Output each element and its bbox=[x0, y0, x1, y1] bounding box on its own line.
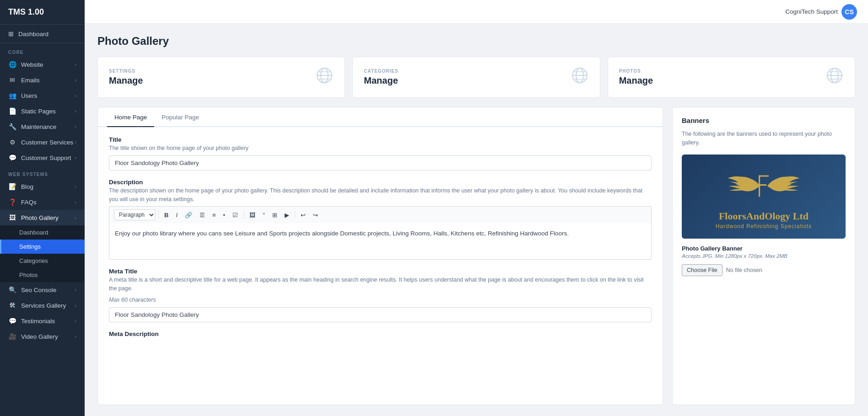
chevron-icon: › bbox=[75, 124, 76, 129]
main-content: CogniTech Support CS Photo Gallery SETTI… bbox=[85, 0, 868, 416]
svg-rect-17 bbox=[759, 184, 766, 186]
sidebar-item-emails[interactable]: ✉ Emails › bbox=[0, 72, 85, 88]
meta-description-field-group: Meta Description bbox=[109, 331, 652, 338]
page-title: Photo Gallery bbox=[97, 35, 855, 48]
chevron-icon: › bbox=[75, 318, 76, 324]
bottom-panels: Home Page Popular Page Title The title s… bbox=[97, 107, 855, 405]
banners-title: Banners bbox=[682, 117, 846, 124]
sidebar-item-label: Video Gallery bbox=[21, 333, 58, 340]
meta-description-label: Meta Description bbox=[109, 331, 652, 337]
sidebar: TMS 1.00 ⊞ Dashboard CORE 🌐 Website › ✉ … bbox=[0, 0, 85, 416]
card-globe-icon bbox=[315, 66, 334, 88]
title-field-group: Title The title shown on the home page o… bbox=[109, 136, 652, 171]
sidebar-item-seo-console[interactable]: 🔍 Seo Console › bbox=[0, 282, 85, 298]
topbar-user: CogniTech Support CS bbox=[785, 4, 857, 20]
sidebar-item-customer-services[interactable]: ⚙ Customer Services › bbox=[0, 134, 85, 150]
card-globe-icon bbox=[825, 66, 844, 88]
toolbar-divider bbox=[158, 211, 159, 219]
app-logo: TMS 1.00 bbox=[0, 0, 85, 25]
tab-popular-page[interactable]: Popular Page bbox=[154, 107, 206, 127]
checklist-button[interactable]: ☑ bbox=[230, 210, 241, 220]
banner-info-label: Photo Gallery Banner bbox=[682, 245, 846, 252]
topbar: CogniTech Support CS bbox=[85, 0, 868, 24]
banner-image-area: FloorsAndOlogy Ltd Hardwood Refinishing … bbox=[682, 155, 846, 239]
user-name-label: CogniTech Support bbox=[785, 8, 838, 15]
cards-row: SETTINGS Manage CATEGORIES Manage bbox=[97, 57, 855, 98]
settings-card[interactable]: SETTINGS Manage bbox=[97, 57, 345, 98]
description-description: The description shown on the home page o… bbox=[109, 187, 652, 204]
sidebar-item-label: Customer Support bbox=[21, 155, 71, 161]
section-label-web-systems: WEB SYSTEMS bbox=[0, 165, 85, 179]
paragraph-select[interactable]: Paragraph bbox=[114, 209, 156, 220]
chevron-icon: › bbox=[75, 215, 76, 220]
chevron-icon: › bbox=[75, 287, 76, 293]
photos-card[interactable]: PHOTOS Manage bbox=[608, 57, 855, 98]
submenu-item-dashboard[interactable]: Dashboard bbox=[0, 225, 85, 240]
photo-gallery-icon: 🖼 bbox=[8, 214, 16, 221]
bold-button[interactable]: B bbox=[162, 210, 171, 220]
table-button[interactable]: ⊞ bbox=[270, 210, 280, 220]
customer-support-icon: 💬 bbox=[8, 154, 16, 161]
sidebar-item-blog[interactable]: 📝 Blog › bbox=[0, 179, 85, 194]
company-tagline: Hardwood Refinishing Specialists bbox=[716, 223, 812, 229]
sidebar-item-website[interactable]: 🌐 Website › bbox=[0, 57, 85, 72]
card-label: PHOTOS bbox=[619, 69, 653, 74]
sidebar-item-users[interactable]: 👥 Users › bbox=[0, 88, 85, 103]
sidebar-item-photo-gallery[interactable]: 🖼 Photo Gallery › bbox=[0, 210, 85, 225]
chevron-icon: › bbox=[75, 334, 76, 339]
card-label: CATEGORIES bbox=[364, 69, 398, 74]
services-gallery-icon: 🛠 bbox=[8, 302, 16, 309]
chevron-icon: › bbox=[75, 62, 76, 67]
submenu-item-settings[interactable]: Settings bbox=[0, 240, 85, 254]
sidebar-item-label: Customer Services bbox=[21, 139, 73, 146]
categories-card[interactable]: CATEGORIES Manage bbox=[352, 57, 600, 98]
blockquote-button[interactable]: " bbox=[260, 210, 268, 220]
submenu-item-categories[interactable]: Categories bbox=[0, 254, 85, 268]
svg-rect-15 bbox=[759, 175, 760, 197]
sidebar-item-static-pages[interactable]: 📄 Static Pages › bbox=[0, 103, 85, 119]
list-button[interactable]: • bbox=[221, 210, 228, 220]
card-label: SETTINGS bbox=[109, 69, 143, 74]
image-button[interactable]: 🖼 bbox=[247, 210, 258, 220]
sidebar-item-customer-support[interactable]: 💬 Customer Support › bbox=[0, 150, 85, 165]
editor-body[interactable]: Enjoy our photo library where you cans s… bbox=[109, 223, 652, 260]
sidebar-item-faqs[interactable]: ❓ FAQs › bbox=[0, 194, 85, 210]
seo-icon: 🔍 bbox=[8, 286, 16, 293]
no-file-label: No file chosen bbox=[726, 267, 762, 273]
blog-icon: 📝 bbox=[8, 183, 16, 190]
sidebar-item-testimonials[interactable]: 💬 Testimonials › bbox=[0, 313, 85, 329]
meta-title-label: Meta Title bbox=[109, 268, 652, 275]
sidebar-item-video-gallery[interactable]: 🎥 Video Gallery › bbox=[0, 329, 85, 344]
choose-file-button[interactable]: Choose File bbox=[682, 264, 722, 276]
sidebar-item-label: Users bbox=[21, 92, 37, 99]
sidebar-item-label: Blog bbox=[21, 183, 33, 190]
editor-toolbar: Paragraph B I 🔗 ☰ ≡ • ☑ 🖼 " bbox=[109, 206, 652, 223]
link-button[interactable]: 🔗 bbox=[182, 210, 195, 220]
sidebar-item-dashboard[interactable]: ⊞ Dashboard bbox=[0, 25, 85, 43]
chevron-icon: › bbox=[75, 93, 76, 98]
ol-button[interactable]: ≡ bbox=[210, 210, 219, 220]
media-button[interactable]: ▶ bbox=[282, 210, 292, 220]
redo-button[interactable]: ↪ bbox=[310, 210, 321, 220]
title-input[interactable] bbox=[109, 155, 652, 171]
emails-icon: ✉ bbox=[8, 76, 16, 84]
ul-button[interactable]: ☰ bbox=[197, 210, 208, 220]
sidebar-item-maintenance[interactable]: 🔧 Maintenance › bbox=[0, 119, 85, 134]
chevron-icon: › bbox=[75, 199, 76, 205]
sidebar-item-services-gallery[interactable]: 🛠 Services Gallery › bbox=[0, 298, 85, 313]
sidebar-item-label: Services Gallery bbox=[21, 302, 66, 309]
submenu-item-photos[interactable]: Photos bbox=[0, 268, 85, 282]
meta-title-input[interactable] bbox=[109, 307, 652, 322]
meta-title-field-group: Meta Title A meta title is a short and d… bbox=[109, 268, 652, 322]
tab-home-page[interactable]: Home Page bbox=[107, 107, 154, 127]
chevron-icon: › bbox=[75, 139, 76, 145]
video-gallery-icon: 🎥 bbox=[8, 333, 16, 340]
undo-button[interactable]: ↩ bbox=[298, 210, 308, 220]
sidebar-item-label: Emails bbox=[21, 77, 40, 84]
italic-button[interactable]: I bbox=[173, 210, 180, 220]
tab-bar: Home Page Popular Page bbox=[98, 107, 663, 127]
meta-title-max: Max 60 characters bbox=[109, 296, 652, 304]
content-area: Photo Gallery SETTINGS Manage bbox=[85, 24, 868, 416]
toolbar-divider-2 bbox=[243, 211, 244, 219]
chevron-icon: › bbox=[75, 303, 76, 308]
